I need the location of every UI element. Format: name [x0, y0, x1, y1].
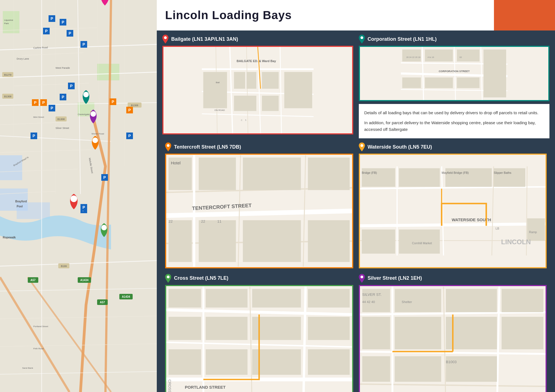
- svg-rect-230: [501, 289, 543, 312]
- svg-rect-205: [206, 289, 248, 307]
- content-panel: Lincoln Loading Bays Bailgate (LN1 3AP/L…: [157, 0, 555, 392]
- tentercroft-map: Hotel TENTERCROFT STREET 22 11 22: [165, 154, 353, 268]
- svg-text:SILVER ST.: SILVER ST.: [362, 292, 382, 297]
- svg-text:P: P: [51, 16, 53, 21]
- svg-rect-139: [402, 77, 421, 88]
- svg-text:Firth Road: Firth Road: [33, 347, 44, 350]
- svg-text:4 to 16: 4 to 16: [427, 56, 434, 58]
- middle-row: Tentercroft Street (LN5 7DB): [157, 140, 555, 271]
- svg-rect-185: [527, 218, 545, 241]
- main-map-svg: B1279 B1308 B1308 B1308 B199 A57 A1434 A…: [0, 0, 157, 392]
- waterside-label: Waterside South (LN5 7EU): [368, 144, 432, 150]
- svg-rect-213: [206, 349, 248, 375]
- svg-rect-2: [97, 64, 119, 80]
- silver-map: SILVER ST. 44 42 40 Shelter B1003 St. Pe…: [359, 285, 547, 392]
- body-content: Bailgate (LN1 3AP/LN1 3AN): [157, 30, 555, 392]
- svg-text:A57: A57: [100, 301, 105, 304]
- cross-section: Cross Street (LN5 7LE): [162, 271, 356, 392]
- top-right-col: Corporation Street (LN1 1HL): [359, 35, 550, 138]
- waterside-map-svg: Ramp Bridge (FB) Slipper Baths Mayfield …: [360, 155, 546, 267]
- svg-text:PORTLAND STREET: PORTLAND STREET: [185, 385, 226, 390]
- silver-pin-icon: [359, 274, 365, 283]
- svg-text:P: P: [32, 134, 35, 138]
- svg-rect-231: [362, 317, 390, 349]
- svg-rect-211: [308, 317, 350, 340]
- svg-text:WATERSIDE SOUTH: WATERSIDE SOUTH: [451, 218, 491, 222]
- svg-rect-235: [362, 356, 390, 382]
- bailgate-label: Bailgate (LN1 3AP/LN1 3AN): [171, 36, 238, 42]
- tentercroft-pin-icon: [165, 142, 171, 151]
- svg-text:P: P: [62, 20, 64, 24]
- svg-rect-121: [262, 96, 279, 111]
- svg-text:44 42 40: 44 42 40: [362, 300, 375, 303]
- svg-text:LB: LB: [495, 227, 499, 230]
- svg-text:Silver Street: Silver Street: [56, 127, 69, 129]
- header-title-box: Lincoln Loading Bays: [157, 0, 494, 30]
- svg-text:BAILGATE ED. & Ward Bay: BAILGATE ED. & Ward Bay: [237, 59, 276, 63]
- svg-point-130: [360, 36, 363, 39]
- svg-text:LINCOLN: LINCOLN: [501, 238, 531, 246]
- svg-text:Shelter: Shelter: [402, 300, 412, 303]
- svg-text:11: 11: [217, 219, 221, 223]
- svg-text:Monks Road: Monks Road: [92, 133, 104, 135]
- svg-text:A57: A57: [31, 279, 36, 282]
- cross-pin-icon: [165, 274, 171, 283]
- svg-text:P: P: [82, 205, 85, 210]
- svg-rect-123: [284, 72, 312, 108]
- svg-rect-236: [395, 356, 441, 382]
- svg-text:Ramp: Ramp: [529, 230, 537, 234]
- svg-rect-234: [501, 317, 543, 349]
- svg-text:62: 62: [459, 56, 462, 58]
- header-accent: [494, 0, 555, 30]
- corporation-header: Corporation Street (LN1 1HL): [359, 35, 550, 44]
- svg-rect-208: [168, 317, 201, 340]
- tentercroft-label: Tentercroft Street (LN5 7DB): [174, 144, 241, 150]
- tentercroft-section: Tentercroft Street (LN5 7DB): [162, 140, 356, 271]
- svg-rect-215: [308, 349, 350, 375]
- svg-text:B1308: B1308: [131, 104, 138, 107]
- svg-text:Clasketgate: Clasketgate: [78, 113, 90, 116]
- svg-text:B1308: B1308: [57, 118, 65, 121]
- svg-text:CORPORATION STREET: CORPORATION STREET: [438, 70, 470, 73]
- svg-text:C: C: [241, 119, 242, 121]
- svg-text:P: P: [128, 108, 131, 112]
- cross-map: CROSS STREET PORTLAND STREET: [165, 285, 353, 392]
- svg-rect-160: [308, 157, 350, 190]
- tentercroft-header: Tentercroft Street (LN5 7DB): [165, 142, 353, 151]
- svg-point-107: [164, 36, 167, 39]
- svg-point-218: [360, 276, 363, 278]
- svg-rect-122: [203, 72, 227, 108]
- svg-rect-142: [457, 50, 480, 62]
- svg-rect-163: [243, 220, 301, 262]
- bailgate-header: Bailgate (LN1 3AP/LN1 3AN): [162, 35, 353, 44]
- svg-text:CROSS STREET: CROSS STREET: [168, 379, 172, 392]
- svg-point-101: [90, 111, 96, 117]
- bailgate-map-svg: BAILGATE ED. & Ward Bay Bail ON ROAD C 5: [163, 47, 352, 133]
- svg-text:P: P: [45, 29, 47, 33]
- svg-text:26 24 22 20 18: 26 24 22 20 18: [406, 56, 420, 58]
- svg-rect-159: [243, 157, 301, 190]
- corporation-section: Corporation Street (LN1 1HL): [359, 35, 550, 101]
- svg-text:A1434: A1434: [122, 295, 130, 298]
- svg-text:Drury Lane: Drury Lane: [17, 57, 29, 60]
- bailgate-map: BAILGATE ED. & Ward Bay Bail ON ROAD C 5: [162, 46, 353, 134]
- svg-text:Hotel: Hotel: [171, 161, 181, 165]
- svg-text:ON ROAD: ON ROAD: [215, 109, 225, 111]
- svg-text:B199: B199: [61, 265, 67, 268]
- svg-text:Cornhill Market: Cornhill Market: [412, 241, 432, 245]
- main-map-panel: B1279 B1308 B1308 B1308 B199 A57 A1434 A…: [0, 0, 157, 392]
- svg-text:Slipper Baths: Slipper Baths: [494, 171, 511, 174]
- svg-point-106: [101, 225, 107, 230]
- svg-rect-143: [457, 77, 480, 88]
- svg-text:P: P: [51, 106, 53, 110]
- svg-text:P: P: [103, 175, 106, 180]
- svg-point-195: [167, 276, 170, 278]
- svg-rect-232: [395, 317, 441, 349]
- waterside-pin-icon: [359, 142, 365, 151]
- svg-text:Ropewalk: Ropewalk: [3, 236, 16, 239]
- cross-map-svg: CROSS STREET PORTLAND STREET: [166, 286, 352, 392]
- description-para2: In addition, for parcel delivery to the …: [364, 119, 544, 133]
- svg-rect-117: [234, 72, 245, 89]
- svg-text:Sand Bank: Sand Bank: [22, 367, 33, 369]
- svg-text:Mayfield Bridge (FB): Mayfield Bridge (FB): [442, 171, 469, 174]
